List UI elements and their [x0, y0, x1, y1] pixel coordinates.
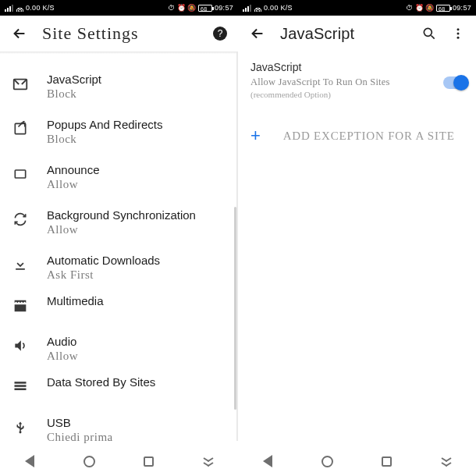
battery-icon: 68 — [198, 5, 212, 12]
status-time: 09:57 — [453, 4, 471, 12]
cellular-icon — [243, 5, 251, 12]
screen-divider — [236, 52, 238, 441]
alarm-icon: ⏰ — [416, 4, 424, 12]
row-sub: Ask First — [47, 268, 160, 282]
wifi-icon — [16, 5, 24, 12]
row-label: JavaScript — [47, 73, 101, 86]
svg-rect-2 — [15, 170, 25, 178]
nav-home[interactable] — [82, 454, 96, 468]
wifi-icon — [254, 5, 262, 12]
help-icon: ? — [218, 28, 223, 39]
arrow-left-icon — [249, 25, 266, 42]
storage-icon — [11, 378, 30, 394]
row-sub: Chiedi prima — [47, 431, 113, 444]
popup-icon — [11, 121, 30, 137]
setting-title: JavaScript — [250, 61, 464, 73]
nav-drawer[interactable] — [201, 454, 215, 468]
row-label: Popups And Redirects — [47, 118, 162, 131]
header-right: JavaScript — [238, 16, 476, 52]
row-bgsync[interactable]: Background Synchronization Allow — [0, 208, 238, 254]
status-speed: 0.00 K/S — [264, 4, 293, 12]
row-sub: Block — [47, 133, 162, 146]
square-icon — [144, 456, 154, 467]
nav-back[interactable] — [23, 454, 37, 468]
svg-point-9 — [457, 37, 460, 39]
cellular-icon — [5, 5, 13, 12]
screen-javascript: 0.00 K/S ⏱ ⏰ 🔕 68 09:57 JavaScript — [238, 0, 476, 476]
audio-icon — [11, 338, 30, 353]
arrow-left-icon — [11, 25, 28, 42]
square-icon — [382, 456, 392, 467]
row-label: Data Stored By Sites — [47, 375, 155, 389]
row-sub: Allow — [47, 223, 196, 236]
svg-point-6 — [424, 28, 432, 36]
search-icon — [421, 26, 437, 41]
status-speed: 0.00 K/S — [26, 4, 55, 12]
setting-sub: Allow JavaScript To Run On Sites — [250, 76, 464, 88]
back-button[interactable] — [249, 25, 266, 42]
svg-point-7 — [457, 28, 460, 30]
triangle-icon — [25, 455, 34, 467]
row-label: Announce — [47, 163, 100, 176]
status-bar: 0.00 K/S ⏱ ⏰ 🔕 68 09:57 — [0, 0, 238, 16]
timer-icon: ⏱ — [168, 4, 176, 12]
row-label: Background Synchronization — [47, 208, 196, 222]
alarm-icon: ⏰ — [178, 4, 186, 12]
javascript-icon — [11, 76, 30, 93]
row-label: USB — [47, 416, 113, 429]
row-popups[interactable]: Popups And Redirects Block — [0, 118, 238, 163]
screen-site-settings: 0.00 K/S ⏱ ⏰ 🔕 68 09:57 Site Settings ? — [0, 0, 238, 476]
nav-recent[interactable] — [380, 454, 394, 468]
row-sub: Allow — [47, 178, 100, 191]
plus-icon: + — [250, 126, 261, 146]
mute-icon: 🔕 — [188, 4, 196, 12]
row-downloads[interactable]: Automatic Downloads Ask First — [0, 254, 238, 294]
status-bar: 0.00 K/S ⏱ ⏰ 🔕 68 09:57 — [238, 0, 476, 16]
setting-note: (recommended Option) — [250, 90, 464, 99]
overflow-button[interactable] — [451, 27, 465, 41]
triangle-icon — [263, 455, 272, 467]
add-exception-label: ADD EXCEPTION FOR A SITE — [283, 130, 455, 143]
row-javascript[interactable]: JavaScript Block — [0, 73, 238, 118]
scrollbar-thumb[interactable] — [234, 207, 236, 410]
svg-rect-5 — [15, 389, 27, 391]
search-button[interactable] — [421, 26, 437, 41]
svg-rect-3 — [15, 382, 27, 384]
circle-icon — [83, 456, 95, 467]
nav-drawer[interactable] — [439, 454, 453, 468]
row-label: Audio — [47, 335, 78, 348]
add-exception-button[interactable]: + ADD EXCEPTION FOR A SITE — [238, 102, 476, 146]
row-multimedia[interactable]: Multimedia — [0, 294, 238, 335]
svg-rect-4 — [15, 385, 27, 387]
status-time: 09:57 — [215, 4, 233, 12]
more-vert-icon — [451, 27, 465, 41]
mute-icon: 🔕 — [426, 4, 434, 12]
sync-icon — [11, 211, 30, 227]
page-title: Site Settings — [42, 23, 199, 44]
javascript-setting[interactable]: JavaScript Allow JavaScript To Run On Si… — [238, 52, 476, 102]
nav-recent[interactable] — [142, 454, 156, 468]
chevrons-down-icon — [204, 457, 213, 466]
settings-list[interactable]: JavaScript Block Popups And Redirects Bl… — [0, 54, 238, 476]
download-icon — [11, 257, 30, 272]
back-button[interactable] — [11, 25, 28, 42]
announce-icon — [11, 166, 30, 182]
chevrons-down-icon — [442, 457, 451, 466]
javascript-toggle[interactable] — [443, 76, 468, 89]
row-sub: Allow — [47, 350, 78, 363]
nav-bar — [238, 446, 476, 476]
circle-icon — [321, 456, 333, 467]
nav-bar — [0, 446, 238, 476]
row-data-stored[interactable]: Data Stored By Sites — [0, 375, 238, 416]
usb-icon — [11, 419, 30, 436]
row-label: Multimedia — [47, 294, 104, 307]
page-title: JavaScript — [280, 25, 407, 43]
row-audio[interactable]: Audio Allow — [0, 335, 238, 375]
help-button[interactable]: ? — [213, 27, 227, 41]
nav-home[interactable] — [320, 454, 334, 468]
header-left: Site Settings ? — [0, 16, 238, 52]
row-announce[interactable]: Announce Allow — [0, 163, 238, 208]
svg-point-8 — [457, 33, 460, 35]
row-sub: Block — [47, 87, 101, 101]
nav-back[interactable] — [261, 454, 275, 468]
